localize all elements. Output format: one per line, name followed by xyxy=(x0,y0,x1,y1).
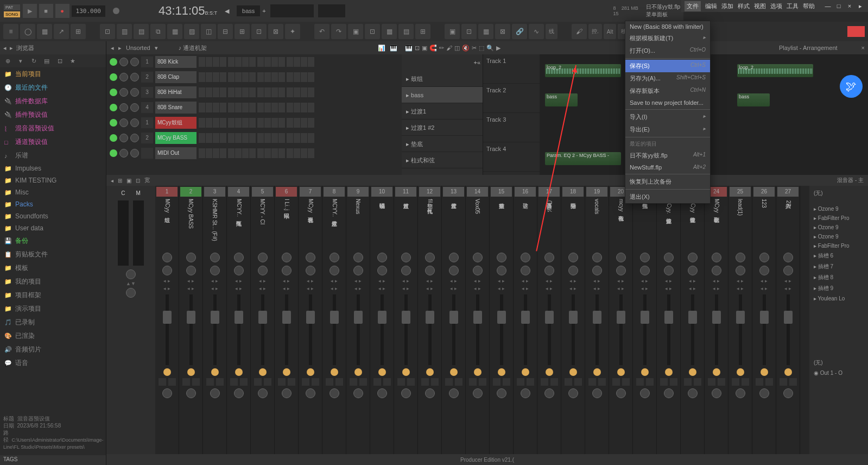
fx-slot[interactable]: ▸ 插槽 7 xyxy=(812,261,866,272)
send-button[interactable] xyxy=(479,378,486,386)
route-arrows[interactable]: ◂ ▸ xyxy=(426,278,433,284)
snap-icon[interactable]: ∿ xyxy=(529,24,544,39)
menu-help[interactable]: 帮助 xyxy=(803,2,815,10)
step-button[interactable] xyxy=(287,118,293,128)
mute-button[interactable] xyxy=(211,368,219,376)
pan-knob[interactable] xyxy=(473,253,483,262)
browser-item[interactable]: 🔌插件预设值 xyxy=(0,108,106,122)
step-button[interactable] xyxy=(199,72,205,82)
track-name[interactable]: Nexus xyxy=(355,197,361,251)
step-button[interactable] xyxy=(235,57,242,67)
track-name[interactable]: 插入 27 xyxy=(784,197,792,251)
tool-icon[interactable]: ↗ xyxy=(54,24,69,39)
track-number[interactable]: 26 xyxy=(753,187,775,197)
send-button[interactable] xyxy=(383,378,391,386)
stereo-knob[interactable] xyxy=(592,266,602,275)
track-name[interactable]: MCYY..下降气氛 xyxy=(235,197,243,251)
pattern-item[interactable]: ▸ 鼓组 xyxy=(402,71,483,87)
send-button[interactable] xyxy=(278,378,286,386)
browser-item[interactable]: 📁我的项目 xyxy=(0,275,106,288)
panel-icon[interactable]: ▦ xyxy=(167,24,182,39)
track-name[interactable]: I Li..唱口水j xyxy=(283,197,290,251)
send-button[interactable] xyxy=(574,378,582,386)
send-knob[interactable] xyxy=(759,388,769,398)
step-button[interactable] xyxy=(294,87,300,97)
stereo-knob[interactable] xyxy=(497,266,506,275)
fader-slot[interactable] xyxy=(691,294,694,365)
route-arrows[interactable]: ◂ ▸ xyxy=(450,286,457,291)
route-arrows[interactable]: ◂ ▸ xyxy=(474,278,481,284)
width-label[interactable]: 宽 xyxy=(144,177,150,184)
pan-knob[interactable] xyxy=(258,253,268,262)
route-arrows[interactable]: ◂ ▸ xyxy=(283,286,290,291)
stereo-knob[interactable] xyxy=(258,266,268,275)
channel-num[interactable]: 2 xyxy=(141,133,153,143)
fader-handle[interactable] xyxy=(449,311,458,324)
step-button[interactable] xyxy=(257,103,264,112)
route-arrows[interactable]: ◂ ▸ xyxy=(235,278,242,284)
fx-slot[interactable]: ▸ 插槽 9 xyxy=(812,283,866,294)
fader-handle[interactable] xyxy=(378,311,387,324)
send-knob[interactable] xyxy=(568,388,578,398)
pan-knob[interactable] xyxy=(119,58,128,66)
pattern-slider[interactable] xyxy=(113,9,145,13)
channel-enable[interactable] xyxy=(110,149,117,157)
step-button[interactable] xyxy=(199,57,205,67)
stereo-knob[interactable] xyxy=(377,266,387,275)
fader-slot[interactable] xyxy=(500,294,503,365)
step-button[interactable] xyxy=(228,133,235,143)
step-button[interactable] xyxy=(301,133,307,143)
back-icon[interactable]: ◂ xyxy=(3,45,7,52)
step-button[interactable] xyxy=(301,72,307,82)
pattern-item[interactable]: ▸ 过渡1 xyxy=(402,103,483,120)
send-button[interactable] xyxy=(431,378,439,386)
track-name[interactable]: 下降高分.(长) xyxy=(546,197,553,251)
route-arrows[interactable]: ◂ ▸ xyxy=(522,286,529,291)
fader-handle[interactable] xyxy=(473,311,482,324)
track-name[interactable]: MCyy岩现音色 xyxy=(307,197,314,251)
pan-knob[interactable] xyxy=(640,253,650,262)
browser-item[interactable]: 🕐最近的文件 xyxy=(0,81,106,95)
pan-knob[interactable] xyxy=(306,253,315,262)
panel-icon[interactable]: ▤ xyxy=(134,24,149,39)
track-number[interactable]: 14 xyxy=(467,187,488,197)
route-arrows[interactable]: ◂ ▸ xyxy=(235,286,242,291)
browser-item[interactable]: 📁User data xyxy=(0,222,106,234)
track-number[interactable]: 2 xyxy=(180,187,201,197)
pan-knob[interactable] xyxy=(162,253,172,262)
fader-handle[interactable] xyxy=(664,311,673,324)
route-arrows[interactable]: ◂ ▸ xyxy=(641,286,648,291)
mute-button[interactable] xyxy=(546,368,553,376)
route-arrows[interactable]: ◂ ▸ xyxy=(426,286,433,291)
step-button[interactable] xyxy=(294,118,300,128)
send-button[interactable] xyxy=(288,378,295,386)
collapse-icon[interactable]: ▾ xyxy=(15,55,26,66)
pan-knob[interactable] xyxy=(119,149,128,158)
channel-enable[interactable] xyxy=(110,104,117,111)
browser-item[interactable]: 🔌插件数据库 xyxy=(0,95,106,108)
step-button[interactable] xyxy=(235,72,242,82)
stereo-knob[interactable] xyxy=(306,266,315,275)
pan-knob[interactable] xyxy=(759,253,769,262)
send-button[interactable] xyxy=(312,378,319,386)
mixer-track[interactable]: 24 MCyy电音副歌 ◂ ▸ ◂ ▸ xyxy=(705,186,728,454)
route-arrows[interactable]: ◂ ▸ xyxy=(163,286,170,291)
step-button[interactable] xyxy=(235,118,242,128)
step-button[interactable] xyxy=(220,118,226,128)
fx-slot[interactable]: ▸ 插槽 6 xyxy=(812,250,866,261)
mute-button[interactable] xyxy=(378,368,386,376)
close-icon[interactable]: × xyxy=(861,45,865,51)
pan-knob[interactable] xyxy=(234,253,244,262)
tool-icon[interactable]: ⊠ xyxy=(495,24,510,39)
send-button[interactable] xyxy=(718,378,725,386)
send-knob[interactable] xyxy=(377,388,387,398)
mute-icon[interactable]: 🔇 xyxy=(462,45,470,52)
pan-knob[interactable] xyxy=(186,253,196,262)
browser-item[interactable]: 🎵已录制 xyxy=(0,316,106,329)
stereo-knob[interactable] xyxy=(234,266,244,275)
panel-icon[interactable]: ◫ xyxy=(201,24,216,39)
route-arrows[interactable]: ◂ ▸ xyxy=(665,278,672,284)
piano-icon[interactable]: 🎹 xyxy=(390,45,397,52)
route-arrows[interactable]: ◂ ▸ xyxy=(761,286,768,291)
vol-knob[interactable] xyxy=(130,134,139,142)
